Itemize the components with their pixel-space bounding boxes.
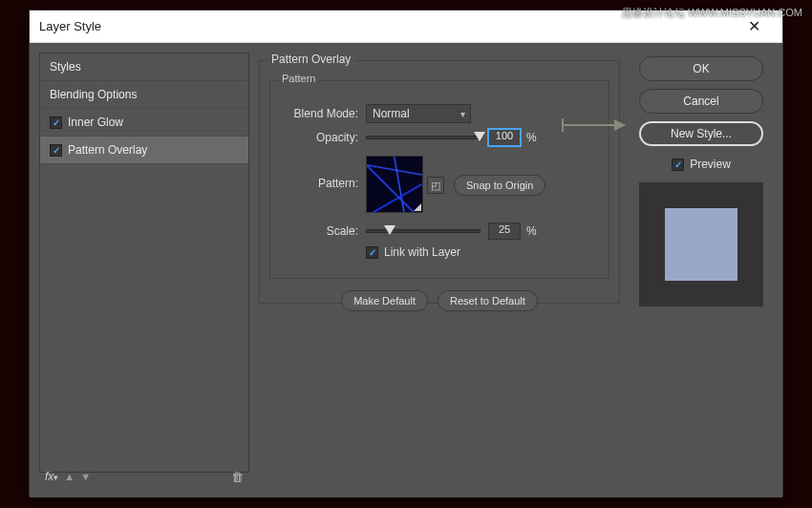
callout-arrow-icon [562,124,625,126]
chevron-down-icon [414,203,421,211]
link-with-layer-label: Link with Layer [384,245,460,259]
scale-input[interactable]: 25 [488,222,521,240]
scale-slider-thumb[interactable] [384,225,395,235]
inner-glow-label: Inner Glow [68,116,123,129]
new-preset-icon[interactable]: ◰ [427,177,444,194]
blend-mode-row: Blend Mode: Normal [282,104,597,123]
preview-label: Preview [690,158,731,171]
link-row: Link with Layer [282,245,597,259]
new-style-button[interactable]: New Style... [639,121,763,146]
opacity-row: Opacity: 100 % [282,129,597,146]
pattern-group: Pattern Blend Mode: Normal Opacity: 100 [269,80,609,279]
pattern-row: Pattern: ◰ Snap to Origin [282,156,597,213]
pattern-group-title: Pattern [278,73,319,84]
preview-box [639,182,763,307]
styles-sidebar: Styles Blending Options Inner Glow Patte… [39,53,249,488]
panel-title: Pattern Overlay [267,53,354,66]
right-button-panel: OK Cancel New Style... Preview [630,53,773,488]
snap-to-origin-button[interactable]: Snap to Origin [454,175,545,196]
blend-mode-value: Normal [373,107,410,120]
blend-mode-label: Blend Mode: [282,107,358,120]
sidebar-footer: fx▾ ▲ ▼ 🗑 [39,465,249,488]
preview-toggle-row: Preview [672,158,731,171]
sidebar-header-label: Styles [50,60,81,74]
blend-mode-dropdown[interactable]: Normal [366,104,471,123]
layer-style-dialog: Layer Style ✕ Styles Blending Options In… [29,10,783,497]
preview-swatch [665,208,737,281]
pattern-label: Pattern: [282,177,358,190]
preview-checkbox[interactable] [672,159,684,171]
dialog-title: Layer Style [39,19,735,33]
opacity-unit: % [526,131,537,144]
sidebar-item-inner-glow[interactable]: Inner Glow [40,109,248,137]
style-list: Styles Blending Options Inner Glow Patte… [39,53,249,473]
cancel-button[interactable]: Cancel [639,89,763,114]
reset-to-default-button[interactable]: Reset to Default [438,290,538,311]
fx-label: fx [45,470,53,483]
move-down-icon[interactable]: ▼ [80,471,91,482]
blending-options-label: Blending Options [50,88,137,101]
watermark-text: 思缘设计论坛 WWW.MISSYUAN.COM [622,6,802,20]
move-up-icon[interactable]: ▲ [64,471,75,482]
pattern-overlay-checkbox[interactable] [50,144,62,157]
trash-icon[interactable]: 🗑 [231,470,244,484]
opacity-input[interactable]: 100 [488,129,521,146]
fx-menu-button[interactable]: fx▾ [45,470,58,483]
inner-glow-checkbox[interactable] [50,116,62,129]
settings-panel: Pattern Overlay Pattern Blend Mode: Norm… [259,53,620,488]
pattern-picker[interactable] [366,156,423,213]
opacity-slider[interactable] [366,136,481,139]
opacity-label: Opacity: [282,131,358,144]
scale-unit: % [526,224,537,238]
opacity-slider-thumb[interactable] [474,132,485,141]
scale-label: Scale: [282,224,358,238]
pattern-overlay-fieldset: Pattern Overlay Pattern Blend Mode: Norm… [259,60,620,304]
sidebar-item-blending-options[interactable]: Blending Options [40,81,248,109]
make-default-button[interactable]: Make Default [341,290,428,311]
scale-row: Scale: 25 % [282,222,597,240]
sidebar-header-styles[interactable]: Styles [40,53,248,81]
pattern-overlay-label: Pattern Overlay [68,143,147,157]
sidebar-item-pattern-overlay[interactable]: Pattern Overlay [40,137,248,164]
scale-slider[interactable] [366,229,481,233]
default-buttons-row: Make Default Reset to Default [269,290,609,311]
ok-button[interactable]: OK [639,56,763,81]
link-with-layer-checkbox[interactable] [366,246,378,259]
